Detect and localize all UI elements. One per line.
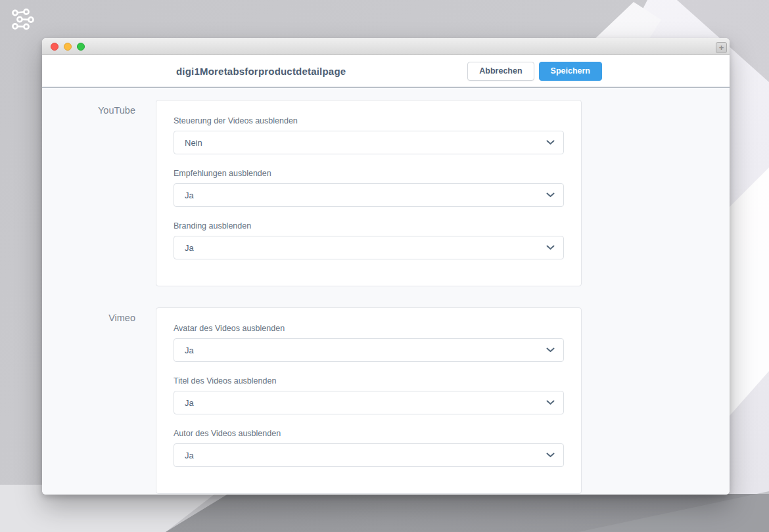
chevron-down-icon — [546, 453, 555, 458]
form-field: Empfehlungen ausblenden Ja — [174, 169, 564, 207]
field-label: Empfehlungen ausblenden — [174, 169, 564, 178]
section-card: Avatar des Videos ausblenden Ja Titel de… — [156, 307, 582, 494]
minimize-window-button[interactable] — [64, 43, 72, 51]
zoom-window-button[interactable] — [77, 43, 85, 51]
header-actions: Abbrechen Speichern — [467, 62, 602, 81]
form-field: Titel des Videos ausblenden Ja — [174, 376, 564, 414]
section-card: Steuerung der Videos ausblenden Nein Emp… — [156, 100, 582, 286]
select-value: Ja — [185, 398, 194, 408]
select-value: Nein — [185, 138, 202, 148]
hide-author-select[interactable]: Ja — [174, 443, 564, 467]
form-field: Avatar des Videos ausblenden Ja — [174, 324, 564, 362]
hide-recommendations-select[interactable]: Ja — [174, 183, 564, 207]
form-field: Steuerung der Videos ausblenden Nein — [174, 116, 564, 154]
chevron-down-icon — [546, 400, 555, 405]
select-value: Ja — [185, 190, 194, 200]
chevron-down-icon — [546, 192, 555, 198]
section-label: Vimeo — [42, 313, 156, 323]
hide-title-select[interactable]: Ja — [174, 391, 564, 414]
field-label: Avatar des Videos ausblenden — [174, 324, 564, 333]
form-field: Branding ausblenden Ja — [174, 221, 564, 259]
close-window-button[interactable] — [51, 43, 58, 51]
new-tab-button[interactable]: + — [716, 42, 727, 53]
desktop-background: + digi1Moretabsforproductdetailpage Abbr… — [0, 0, 769, 532]
field-label: Autor des Videos ausblenden — [174, 429, 564, 438]
modal-window: + digi1Moretabsforproductdetailpage Abbr… — [42, 38, 730, 495]
save-button[interactable]: Speichern — [539, 62, 602, 81]
hide-branding-select[interactable]: Ja — [174, 236, 564, 259]
section-label: YouTube — [42, 105, 156, 116]
chevron-down-icon — [546, 347, 555, 353]
field-label: Titel des Videos ausblenden — [174, 376, 564, 386]
select-value: Ja — [185, 451, 194, 460]
select-value: Ja — [185, 243, 194, 253]
field-label: Steuerung der Videos ausblenden — [174, 116, 564, 125]
chevron-down-icon — [546, 245, 555, 250]
hide-avatar-select[interactable]: Ja — [174, 338, 564, 362]
cancel-button[interactable]: Abbrechen — [467, 62, 534, 81]
section-youtube: YouTube Steuerung der Videos ausblenden … — [42, 100, 730, 286]
page-header: digi1Moretabsforproductdetailpage Abbrec… — [42, 55, 730, 88]
field-label: Branding ausblenden — [174, 221, 564, 231]
form-field: Autor des Videos ausblenden Ja — [174, 429, 564, 467]
chevron-down-icon — [546, 140, 555, 145]
section-vimeo: Vimeo Avatar des Videos ausblenden Ja Ti… — [42, 307, 730, 494]
hide-video-controls-select[interactable]: Nein — [174, 131, 564, 154]
select-value: Ja — [185, 345, 194, 355]
window-titlebar[interactable]: + — [42, 38, 730, 55]
form-content: YouTube Steuerung der Videos ausblenden … — [42, 88, 730, 495]
workflow-nodes-icon — [10, 9, 36, 31]
page-title: digi1Moretabsforproductdetailpage — [176, 66, 346, 77]
